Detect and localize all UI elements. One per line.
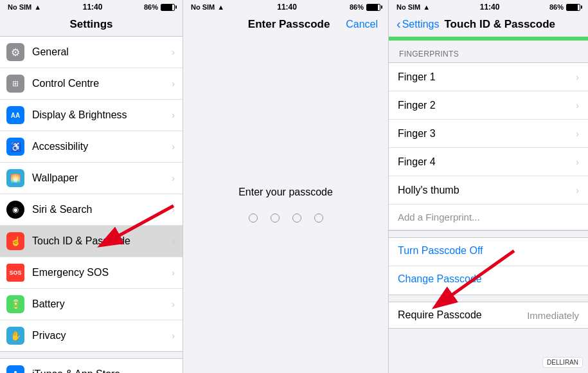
wifi-icon-1: ▲ <box>34 3 41 11</box>
touchid-nav: ‹ Settings Touch ID & Passcode <box>389 14 588 37</box>
status-right-3: 86% <box>549 3 580 11</box>
battery-chevron: › <box>172 299 175 309</box>
turn-passcode-off-button[interactable]: Turn Passcode Off <box>389 238 588 266</box>
status-right-1: 86% <box>144 3 175 11</box>
siri-chevron: › <box>172 205 175 215</box>
battery-label: Battery <box>32 298 169 310</box>
fingerprint-hollys-thumb-label: Holly's thumb <box>398 185 576 196</box>
fingerprint-3[interactable]: Finger 3 › <box>389 120 588 148</box>
general-icon: ⚙ <box>6 43 24 61</box>
fingerprint-2-label: Finger 2 <box>398 100 576 111</box>
control-label: Control Centre <box>32 78 169 89</box>
require-passcode-value: Immediately <box>527 310 579 321</box>
passcode-cancel-button[interactable]: Cancel <box>346 19 378 30</box>
battery-pct-2: 86% <box>350 3 364 11</box>
back-label: Settings <box>402 19 440 30</box>
time-1: 11:40 <box>83 3 103 12</box>
fp1-chevron: › <box>576 72 579 82</box>
status-bar-3: No SIM ▲ 11:40 86% <box>389 0 588 14</box>
change-passcode-button[interactable]: Change Passcode <box>389 266 588 295</box>
fingerprints-section: Finger 1 › Finger 2 › Finger 3 › Finger … <box>389 62 588 231</box>
fp4-chevron: › <box>576 157 579 167</box>
touchid-body: FINGERPRINTS Finger 1 › Finger 2 › Finge… <box>389 41 588 373</box>
touchid-back-button[interactable]: ‹ Settings <box>396 17 439 32</box>
settings-row-general[interactable]: ⚙ General › <box>0 37 183 68</box>
passcode-body: Enter your passcode <box>183 36 388 373</box>
passcode-dot-3 <box>292 214 301 223</box>
settings-row-emergency[interactable]: SOS Emergency SOS › <box>0 257 183 289</box>
general-chevron: › <box>172 47 175 57</box>
passcode-dot-4 <box>314 214 323 223</box>
wallpaper-icon: 🌅 <box>6 169 24 187</box>
require-passcode-label: Require Passcode <box>398 309 527 321</box>
fingerprint-2[interactable]: Finger 2 › <box>389 91 588 120</box>
status-left-2: No SIM ▲ <box>191 3 224 11</box>
fingerprints-header: FINGERPRINTS <box>389 41 588 62</box>
touchid-chevron: › <box>172 236 175 246</box>
touchid-icon: ☝ <box>6 232 24 250</box>
settings-list: ⚙ General › ⊞ Control Centre › AA Displa… <box>0 36 183 373</box>
settings-panel: No SIM ▲ 11:40 86% Settings ⚙ General › <box>0 0 183 373</box>
privacy-chevron: › <box>172 331 175 341</box>
fingerprint-1[interactable]: Finger 1 › <box>389 63 588 91</box>
itunes-chevron: › <box>172 369 175 373</box>
passcode-dot-1 <box>249 214 258 223</box>
no-sim-label-1: No SIM <box>8 3 31 11</box>
wifi-icon-2: ▲ <box>217 3 224 11</box>
require-passcode-row[interactable]: Require Passcode Immediately <box>389 302 588 328</box>
wallpaper-label: Wallpaper <box>32 172 169 184</box>
settings-section-store: A iTunes & App Store › 💳 Wallet & Apple … <box>0 358 183 373</box>
settings-row-privacy[interactable]: ✋ Privacy › <box>0 320 183 351</box>
settings-row-control[interactable]: ⊞ Control Centre › <box>0 68 183 100</box>
status-right-2: 86% <box>350 3 380 11</box>
touchid-label: Touch ID & Passcode <box>32 235 169 247</box>
touchid-panel: No SIM ▲ 11:40 86% ‹ Settings Touch ID &… <box>389 0 588 373</box>
siri-label: Siri & Search <box>32 204 169 215</box>
time-2: 11:40 <box>277 3 297 12</box>
battery-icon-2 <box>366 4 380 11</box>
display-label: Display & Brightness <box>32 109 169 121</box>
passcode-title: Enter Passcode <box>232 18 346 31</box>
settings-row-battery[interactable]: 🔋 Battery › <box>0 289 183 320</box>
status-left-1: No SIM ▲ <box>8 3 41 11</box>
fingerprint-3-label: Finger 3 <box>398 128 576 140</box>
accessibility-chevron: › <box>172 141 175 152</box>
control-icon: ⊞ <box>6 75 24 93</box>
settings-row-itunes[interactable]: A iTunes & App Store › <box>0 359 183 373</box>
fingerprint-4[interactable]: Finger 4 › <box>389 148 588 176</box>
passcode-dot-2 <box>271 214 280 223</box>
battery-pct-3: 86% <box>549 3 564 11</box>
time-3: 11:40 <box>480 3 500 12</box>
settings-title: Settings <box>0 14 183 36</box>
add-fingerprint-button[interactable]: Add a Fingerprint... <box>389 205 588 230</box>
settings-row-siri[interactable]: ◉ Siri & Search › <box>0 194 183 226</box>
general-label: General <box>32 46 169 58</box>
fp2-chevron: › <box>576 100 579 111</box>
watermark: DELLIRAN <box>542 357 583 368</box>
emergency-label: Emergency SOS <box>32 267 169 278</box>
fp5-chevron: › <box>576 185 579 196</box>
settings-row-wallpaper[interactable]: 🌅 Wallpaper › <box>0 163 183 194</box>
privacy-icon: ✋ <box>6 327 24 345</box>
passcode-prompt-text: Enter your passcode <box>238 186 333 198</box>
siri-icon: ◉ <box>6 201 24 219</box>
display-chevron: › <box>172 110 175 120</box>
itunes-label: iTunes & App Store <box>32 368 169 373</box>
emergency-icon: SOS <box>6 264 24 282</box>
accessibility-icon: ♿ <box>6 138 24 156</box>
fp3-chevron: › <box>576 129 579 139</box>
itunes-icon: A <box>6 365 24 373</box>
status-bar-1: No SIM ▲ 11:40 86% <box>0 0 183 14</box>
settings-section-main: ⚙ General › ⊞ Control Centre › AA Displa… <box>0 36 183 352</box>
battery-icon-1 <box>161 4 175 11</box>
settings-row-touchid[interactable]: ☝ Touch ID & Passcode › <box>0 226 183 257</box>
wifi-icon-3: ▲ <box>423 3 430 11</box>
settings-row-display[interactable]: AA Display & Brightness › <box>0 100 183 131</box>
fingerprint-hollys-thumb[interactable]: Holly's thumb › <box>389 176 588 205</box>
fingerprint-1-label: Finger 1 <box>398 71 576 83</box>
settings-row-accessibility[interactable]: ♿ Accessibility › <box>0 131 183 163</box>
passcode-nav: Enter Passcode Cancel <box>183 14 388 36</box>
battery-icon-3 <box>566 4 580 11</box>
status-bar-2: No SIM ▲ 11:40 86% <box>183 0 388 14</box>
battery-pct-1: 86% <box>144 3 158 11</box>
